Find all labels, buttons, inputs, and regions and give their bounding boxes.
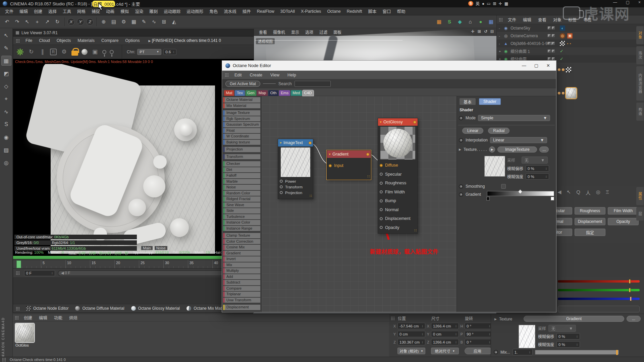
mic-icon[interactable]: ●	[482, 1, 484, 6]
side-tab-层[interactable]: 层	[636, 207, 644, 221]
tab-shader[interactable]: Shader	[479, 98, 501, 105]
keyboard-icon[interactable]: ▭	[487, 1, 490, 6]
port-dot[interactable]	[380, 173, 383, 176]
output-port[interactable]	[366, 153, 369, 156]
node-type-item[interactable]: Marble	[223, 179, 260, 184]
spline-icon[interactable]: ∿	[150, 17, 158, 26]
menu-item[interactable]: 脚本	[365, 8, 380, 14]
undo-icon[interactable]: ↶	[3, 17, 11, 26]
picture-frame-icon[interactable]: ▣	[91, 48, 99, 56]
gradient-knot-left[interactable]	[486, 197, 490, 200]
node-type-item[interactable]: Instance Color	[223, 220, 260, 225]
object-name[interactable]: OctaneCamera	[511, 34, 538, 38]
pointer-tool-icon[interactable]: ↖	[1, 30, 11, 40]
node-type-item[interactable]: Baking texture	[223, 140, 260, 145]
live-viewer-menu-item[interactable]: Compare	[98, 38, 122, 43]
coord-field[interactable]: 0 °↕	[465, 339, 492, 345]
object-manager-menu-item[interactable]: 文件	[504, 16, 520, 23]
octane-window-icon[interactable]: ▦	[435, 17, 443, 26]
input-port-row[interactable]: Film Width	[378, 188, 418, 197]
knife-tool-icon[interactable]: ◩	[1, 68, 11, 78]
grid-icon[interactable]: ▦	[504, 1, 508, 6]
port-dot[interactable]	[280, 185, 283, 188]
object-tags[interactable]	[560, 49, 564, 54]
menu-item[interactable]: 雕刻	[146, 8, 161, 14]
node-type-item[interactable]: Displacement	[223, 305, 260, 310]
tab-basic[interactable]: 基本	[460, 98, 476, 105]
material-thumbnail-octglossy[interactable]	[15, 323, 34, 342]
panel-grip-icon[interactable]	[225, 73, 229, 77]
restore-button[interactable]: ▢	[626, 0, 630, 5]
texture-tool-icon[interactable]: ▨	[1, 145, 11, 155]
blur-offset-field[interactable]: 0 %↕	[556, 333, 580, 340]
collapse-triangle-icon[interactable]: ▼	[379, 121, 382, 124]
node-type-item[interactable]: Sine Wave	[223, 202, 260, 208]
input-port-row[interactable]: Input	[327, 161, 371, 170]
menu-item[interactable]: X-Particles	[298, 9, 324, 14]
coords-footer-control[interactable]: 应用	[465, 348, 492, 354]
node-editor-menu-item[interactable]: View	[266, 73, 283, 77]
live-viewer-menu-item[interactable]: Options	[122, 38, 143, 43]
material-manager-menu-item[interactable]: 功能	[51, 314, 66, 321]
panel-grip-icon[interactable]	[499, 18, 503, 21]
live-viewer-menu-item[interactable]: File	[22, 38, 36, 43]
panel-grip-icon[interactable]	[16, 271, 20, 275]
timeline-ruler[interactable]: 0510152025303540	[13, 260, 254, 268]
menu-item[interactable]: RealFlow	[254, 9, 277, 14]
share-icon[interactable]: ✛	[499, 1, 502, 6]
stepper-icon[interactable]: ↕	[489, 340, 490, 344]
material-tab[interactable]: Octane Node Editor	[23, 306, 72, 311]
node-category-tab[interactable]: Map	[257, 90, 268, 96]
node-type-item[interactable]: Projection	[223, 147, 260, 152]
plugin-diamond-icon[interactable]: ◆	[455, 17, 464, 26]
node-category-tab[interactable]: Mat	[224, 90, 234, 96]
port-dot[interactable]	[280, 180, 283, 183]
node-category-tab[interactable]: Ems	[279, 90, 290, 96]
minimize-button[interactable]: —	[522, 63, 526, 68]
expand-icon[interactable]: -	[499, 34, 503, 38]
node-type-item[interactable]: Side	[223, 208, 260, 214]
material-manager-menu-item[interactable]: 烘焙	[66, 314, 81, 321]
minimize-button[interactable]: —	[613, 0, 617, 5]
port-dot[interactable]	[380, 217, 383, 220]
axis-lock-button[interactable]: Y	[77, 18, 84, 25]
pen-tool-icon[interactable]: ✎	[1, 43, 11, 53]
node-type-item[interactable]: Float	[223, 128, 260, 133]
panel-grip-icon[interactable]	[16, 39, 20, 43]
node-editor-titlebar[interactable]: Octane Node Editor — ▢ ✕	[222, 61, 556, 71]
node-type-item[interactable]: Ridged Fractal	[223, 196, 260, 202]
target-icon[interactable]: ◎	[596, 189, 600, 196]
stepper-icon[interactable]: ↕	[455, 324, 457, 328]
move-icon[interactable]: +	[33, 17, 42, 26]
maximize-view-icon[interactable]: ⊟	[490, 29, 494, 34]
menu-item[interactable]: 文件	[2, 8, 16, 14]
imagetexture-button[interactable]: ImageTexture	[497, 146, 537, 153]
more-button[interactable]: ...	[627, 316, 641, 322]
port-dot[interactable]	[329, 164, 332, 167]
gradient-knot-right[interactable]	[551, 197, 554, 200]
axis-tool-icon[interactable]: ⌖	[1, 94, 11, 104]
coord-field[interactable]: 1266.4 cm↕	[431, 339, 459, 345]
menu-item[interactable]: 编辑	[16, 8, 31, 14]
material-thumbnail[interactable]	[566, 88, 577, 99]
menu-item[interactable]: 工具	[60, 8, 74, 14]
resize-grip-icon[interactable]: ∷	[367, 174, 370, 179]
coord-field[interactable]: 0 cm↕	[397, 331, 425, 337]
render-view[interactable]: Out-of-core used/max:0Kb/4Gb Grey8/16:0/…	[13, 64, 254, 256]
viewport-menu-item[interactable]: 查看	[256, 29, 270, 35]
side-tab-属性[interactable]: 属性	[636, 187, 644, 205]
material-channel-button[interactable]: Opacity	[608, 218, 639, 225]
node-type-item[interactable]: Noise	[223, 185, 260, 190]
input-port-row[interactable]: Specular	[378, 170, 418, 179]
pen-icon[interactable]: ✎	[140, 17, 148, 26]
material-name-label[interactable]: OctGlos	[15, 343, 34, 347]
node-type-item[interactable]: Mix	[223, 262, 260, 268]
toolbox-icon[interactable]: ⊞	[493, 1, 496, 6]
input-port-row[interactable]: Power	[278, 178, 313, 184]
menu-item[interactable]: 窗口	[380, 8, 394, 14]
node-type-item[interactable]: Random Color	[223, 191, 260, 196]
collapse-triangle-icon[interactable]: ▼	[279, 141, 282, 144]
object-tags[interactable]	[560, 56, 564, 61]
coord-field[interactable]: 90 °↕	[465, 331, 492, 337]
menu-item[interactable]: 模拟	[117, 8, 132, 14]
